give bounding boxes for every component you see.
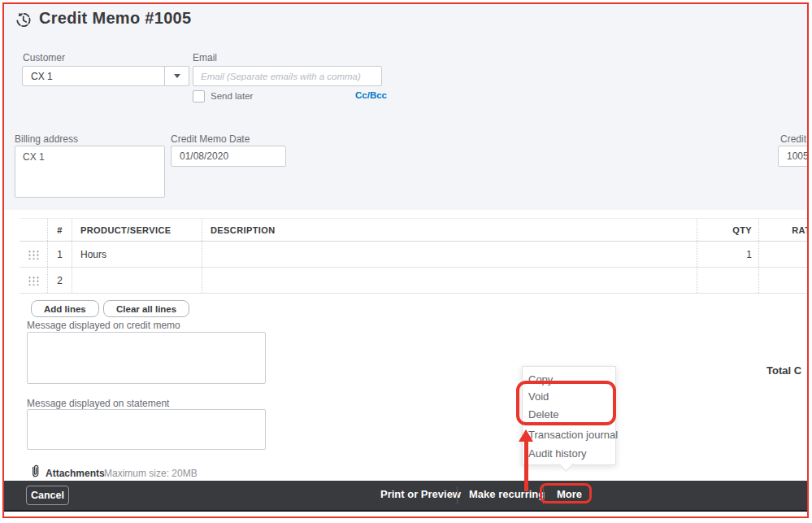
col-header-product: PRODUCT/SERVICE: [72, 219, 202, 241]
customer-label: Customer: [23, 52, 65, 63]
menu-item-transaction-journal[interactable]: Transaction journal: [528, 426, 618, 443]
print-or-preview-button[interactable]: Print or Preview: [380, 488, 461, 500]
credit-memo-page: Credit Memo #1005 Customer CX 1 Email Se…: [0, 0, 812, 523]
add-lines-button[interactable]: Add lines: [31, 300, 99, 317]
send-later-label: Send later: [211, 91, 253, 101]
attachments-label[interactable]: Attachments: [46, 468, 105, 479]
billing-address-field[interactable]: CX 1: [15, 146, 165, 198]
credit-memo-date-field[interactable]: [171, 146, 286, 167]
table-row[interactable]: 1 Hours 1: [20, 242, 812, 268]
message-statement-field[interactable]: [27, 409, 266, 450]
col-header-rate: RATE: [758, 219, 812, 241]
row-number: 1: [47, 242, 72, 267]
paperclip-icon: [30, 464, 41, 479]
footer-divider: [543, 486, 544, 504]
rate-cell[interactable]: [758, 268, 812, 293]
message-credit-memo-label: Message displayed on credit memo: [27, 320, 180, 331]
menu-item-copy[interactable]: Copy: [528, 371, 553, 388]
email-label: Email: [193, 52, 217, 63]
footer-divider: [457, 486, 458, 504]
product-cell[interactable]: Hours: [72, 242, 202, 267]
description-cell[interactable]: [202, 268, 697, 293]
make-recurring-button[interactable]: Make recurring: [469, 488, 545, 500]
credit-memo-number-field[interactable]: [778, 146, 812, 167]
ccbcc-link[interactable]: Cc/Bcc: [355, 90, 387, 100]
drag-handle-icon[interactable]: [20, 242, 47, 267]
credit-memo-date-label: Credit Memo Date: [171, 133, 250, 145]
send-later-checkbox[interactable]: [193, 90, 205, 102]
drag-column-header: [20, 219, 47, 241]
edge-mask: [0, 518, 812, 523]
clear-all-lines-button[interactable]: Clear all lines: [103, 300, 189, 317]
col-header-qty: QTY: [697, 219, 758, 241]
billing-address-label: Billing address: [15, 133, 78, 145]
table-row[interactable]: 2: [20, 268, 812, 294]
cancel-button[interactable]: Cancel: [26, 486, 69, 505]
line-items-table: # PRODUCT/SERVICE DESCRIPTION QTY RATE 1…: [20, 218, 812, 294]
customer-value: CX 1: [23, 71, 164, 82]
history-clock-icon[interactable]: [14, 11, 33, 29]
row-number: 2: [47, 268, 72, 293]
qty-cell[interactable]: [697, 268, 758, 293]
edge-mask: [809, 0, 812, 523]
table-header-row: # PRODUCT/SERVICE DESCRIPTION QTY RATE: [20, 218, 812, 242]
qty-cell[interactable]: 1: [697, 242, 758, 267]
menu-item-delete[interactable]: Delete: [528, 406, 559, 423]
page-title: Credit Memo #1005: [39, 9, 191, 28]
drag-handle-icon[interactable]: [20, 268, 47, 293]
menu-item-void[interactable]: Void: [528, 388, 549, 405]
credit-memo-number-label: Credit: [780, 133, 806, 145]
customer-dropdown[interactable]: CX 1: [22, 66, 189, 86]
menu-item-audit-history[interactable]: Audit history: [528, 445, 587, 462]
product-cell[interactable]: [72, 268, 202, 293]
col-header-num: #: [47, 219, 72, 241]
message-credit-memo-field[interactable]: [27, 332, 266, 384]
attachments-hint: Maximum size: 20MB: [104, 468, 198, 479]
chevron-down-icon[interactable]: [165, 67, 189, 85]
col-header-description: DESCRIPTION: [202, 219, 697, 241]
total-credit-label: Total C: [766, 364, 801, 377]
email-field[interactable]: [193, 66, 382, 86]
message-statement-label: Message displayed on statement: [27, 398, 169, 409]
description-cell[interactable]: [202, 242, 697, 267]
rate-cell[interactable]: [758, 242, 812, 267]
more-button[interactable]: More: [557, 488, 582, 500]
